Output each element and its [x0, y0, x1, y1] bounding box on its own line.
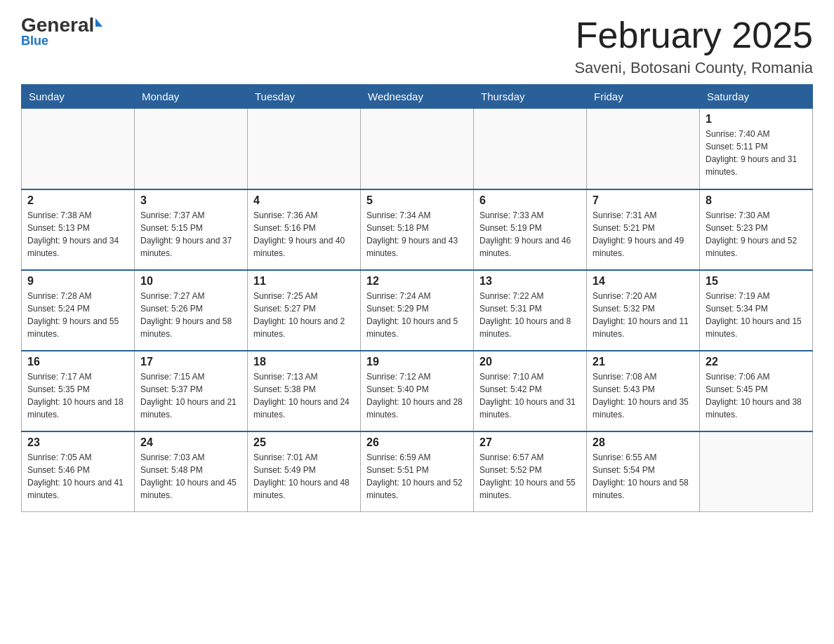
- day-number: 17: [140, 356, 241, 368]
- week-row-4: 16Sunrise: 7:17 AM Sunset: 5:35 PM Dayli…: [22, 351, 813, 431]
- calendar-cell: 23Sunrise: 7:05 AM Sunset: 5:46 PM Dayli…: [22, 431, 135, 512]
- calendar-cell: 11Sunrise: 7:25 AM Sunset: 5:27 PM Dayli…: [248, 270, 361, 351]
- calendar-cell: [248, 109, 361, 189]
- day-info: Sunrise: 7:30 AM Sunset: 5:23 PM Dayligh…: [706, 209, 807, 260]
- day-number: 6: [479, 194, 581, 207]
- day-number: 24: [140, 436, 241, 449]
- week-row-3: 9Sunrise: 7:28 AM Sunset: 5:24 PM Daylig…: [22, 270, 813, 351]
- day-number: 18: [253, 356, 355, 368]
- calendar-cell: 2Sunrise: 7:38 AM Sunset: 5:13 PM Daylig…: [22, 189, 135, 270]
- day-info: Sunrise: 7:25 AM Sunset: 5:27 PM Dayligh…: [253, 290, 355, 340]
- calendar-cell: 27Sunrise: 6:57 AM Sunset: 5:52 PM Dayli…: [474, 431, 587, 512]
- day-number: 8: [706, 194, 807, 207]
- day-info: Sunrise: 6:55 AM Sunset: 5:54 PM Dayligh…: [593, 451, 694, 502]
- weekday-header-wednesday: Wednesday: [361, 85, 474, 109]
- calendar-cell: [22, 109, 135, 189]
- day-info: Sunrise: 6:59 AM Sunset: 5:51 PM Dayligh…: [366, 451, 468, 502]
- weekday-header-sunday: Sunday: [22, 85, 135, 109]
- calendar-cell: 25Sunrise: 7:01 AM Sunset: 5:49 PM Dayli…: [248, 431, 361, 512]
- calendar-cell: 19Sunrise: 7:12 AM Sunset: 5:40 PM Dayli…: [361, 351, 474, 431]
- calendar-cell: 9Sunrise: 7:28 AM Sunset: 5:24 PM Daylig…: [22, 270, 135, 351]
- day-info: Sunrise: 7:28 AM Sunset: 5:24 PM Dayligh…: [27, 290, 128, 340]
- weekday-header-saturday: Saturday: [700, 85, 813, 109]
- calendar-cell: 14Sunrise: 7:20 AM Sunset: 5:32 PM Dayli…: [587, 270, 700, 351]
- day-info: Sunrise: 7:36 AM Sunset: 5:16 PM Dayligh…: [253, 209, 355, 260]
- day-info: Sunrise: 7:34 AM Sunset: 5:18 PM Dayligh…: [366, 209, 468, 260]
- calendar-cell: 10Sunrise: 7:27 AM Sunset: 5:26 PM Dayli…: [135, 270, 248, 351]
- day-info: Sunrise: 7:19 AM Sunset: 5:34 PM Dayligh…: [706, 290, 807, 340]
- day-number: 19: [366, 356, 468, 368]
- week-row-2: 2Sunrise: 7:38 AM Sunset: 5:13 PM Daylig…: [22, 189, 813, 270]
- day-number: 20: [479, 356, 581, 368]
- calendar-cell: 7Sunrise: 7:31 AM Sunset: 5:21 PM Daylig…: [587, 189, 700, 270]
- day-info: Sunrise: 7:03 AM Sunset: 5:48 PM Dayligh…: [140, 451, 241, 502]
- day-number: 14: [593, 275, 694, 288]
- calendar-cell: [587, 109, 700, 189]
- calendar-cell: 28Sunrise: 6:55 AM Sunset: 5:54 PM Dayli…: [587, 431, 700, 512]
- calendar-cell: 18Sunrise: 7:13 AM Sunset: 5:38 PM Dayli…: [248, 351, 361, 431]
- day-number: 2: [27, 194, 128, 207]
- day-info: Sunrise: 7:31 AM Sunset: 5:21 PM Dayligh…: [593, 209, 694, 260]
- day-number: 23: [27, 436, 128, 449]
- day-info: Sunrise: 7:17 AM Sunset: 5:35 PM Dayligh…: [27, 370, 128, 421]
- day-info: Sunrise: 7:33 AM Sunset: 5:19 PM Dayligh…: [479, 209, 581, 260]
- weekday-header-tuesday: Tuesday: [248, 85, 361, 109]
- day-number: 13: [479, 275, 581, 288]
- calendar-cell: 12Sunrise: 7:24 AM Sunset: 5:29 PM Dayli…: [361, 270, 474, 351]
- day-info: Sunrise: 7:24 AM Sunset: 5:29 PM Dayligh…: [366, 290, 468, 340]
- calendar-cell: [135, 109, 248, 189]
- calendar-cell: 26Sunrise: 6:59 AM Sunset: 5:51 PM Dayli…: [361, 431, 474, 512]
- day-info: Sunrise: 7:12 AM Sunset: 5:40 PM Dayligh…: [366, 370, 468, 421]
- weekday-header-thursday: Thursday: [474, 85, 587, 109]
- logo-blue-text: Blue: [21, 34, 48, 48]
- calendar-cell: 13Sunrise: 7:22 AM Sunset: 5:31 PM Dayli…: [474, 270, 587, 351]
- day-info: Sunrise: 7:01 AM Sunset: 5:49 PM Dayligh…: [253, 451, 355, 502]
- day-number: 12: [366, 275, 468, 288]
- month-title: February 2025: [574, 14, 813, 56]
- title-area: February 2025 Saveni, Botosani County, R…: [574, 14, 813, 77]
- day-number: 10: [140, 275, 241, 288]
- day-info: Sunrise: 7:40 AM Sunset: 5:11 PM Dayligh…: [706, 128, 807, 178]
- week-row-5: 23Sunrise: 7:05 AM Sunset: 5:46 PM Dayli…: [22, 431, 813, 512]
- day-info: Sunrise: 7:38 AM Sunset: 5:13 PM Dayligh…: [27, 209, 128, 260]
- calendar-cell: 6Sunrise: 7:33 AM Sunset: 5:19 PM Daylig…: [474, 189, 587, 270]
- day-number: 27: [479, 436, 581, 449]
- logo: General Blue: [21, 14, 102, 48]
- day-info: Sunrise: 7:27 AM Sunset: 5:26 PM Dayligh…: [140, 290, 241, 340]
- day-info: Sunrise: 7:20 AM Sunset: 5:32 PM Dayligh…: [593, 290, 694, 340]
- day-number: 28: [593, 436, 694, 449]
- page-header: General Blue February 2025 Saveni, Botos…: [21, 14, 813, 77]
- location-title: Saveni, Botosani County, Romania: [574, 59, 813, 77]
- calendar-cell: 24Sunrise: 7:03 AM Sunset: 5:48 PM Dayli…: [135, 431, 248, 512]
- day-info: Sunrise: 6:57 AM Sunset: 5:52 PM Dayligh…: [479, 451, 581, 502]
- calendar-cell: 8Sunrise: 7:30 AM Sunset: 5:23 PM Daylig…: [700, 189, 813, 270]
- day-info: Sunrise: 7:06 AM Sunset: 5:45 PM Dayligh…: [706, 370, 807, 421]
- calendar-cell: 21Sunrise: 7:08 AM Sunset: 5:43 PM Dayli…: [587, 351, 700, 431]
- day-number: 3: [140, 194, 241, 207]
- weekday-header-friday: Friday: [587, 85, 700, 109]
- day-number: 16: [27, 356, 128, 368]
- weekday-header-row: SundayMondayTuesdayWednesdayThursdayFrid…: [22, 85, 813, 109]
- day-info: Sunrise: 7:13 AM Sunset: 5:38 PM Dayligh…: [253, 370, 355, 421]
- day-number: 22: [706, 356, 807, 368]
- day-number: 9: [27, 275, 128, 288]
- calendar-cell: 1Sunrise: 7:40 AM Sunset: 5:11 PM Daylig…: [700, 109, 813, 189]
- day-number: 25: [253, 436, 355, 449]
- calendar-cell: 22Sunrise: 7:06 AM Sunset: 5:45 PM Dayli…: [700, 351, 813, 431]
- calendar-cell: 16Sunrise: 7:17 AM Sunset: 5:35 PM Dayli…: [22, 351, 135, 431]
- calendar-cell: [474, 109, 587, 189]
- day-number: 7: [593, 194, 694, 207]
- calendar-cell: 15Sunrise: 7:19 AM Sunset: 5:34 PM Dayli…: [700, 270, 813, 351]
- day-info: Sunrise: 7:22 AM Sunset: 5:31 PM Dayligh…: [479, 290, 581, 340]
- day-info: Sunrise: 7:37 AM Sunset: 5:15 PM Dayligh…: [140, 209, 241, 260]
- day-number: 5: [366, 194, 468, 207]
- day-info: Sunrise: 7:15 AM Sunset: 5:37 PM Dayligh…: [140, 370, 241, 421]
- day-number: 15: [706, 275, 807, 288]
- calendar-cell: [700, 431, 813, 512]
- day-info: Sunrise: 7:10 AM Sunset: 5:42 PM Dayligh…: [479, 370, 581, 421]
- calendar-cell: [361, 109, 474, 189]
- day-number: 11: [253, 275, 355, 288]
- day-number: 21: [593, 356, 694, 368]
- weekday-header-monday: Monday: [135, 85, 248, 109]
- day-number: 1: [706, 113, 807, 126]
